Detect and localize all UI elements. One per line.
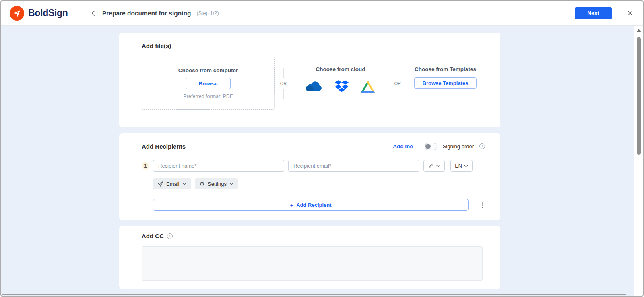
chevron-down-icon [464,165,468,167]
google-drive-icon[interactable] [361,80,375,93]
step-indicator: (Step 1/2) [196,10,219,16]
signing-order-toggle[interactable] [425,143,437,150]
recipients-controls: Add me Signing order i [393,141,485,151]
cc-input-area[interactable] [142,246,483,281]
signing-order-info-icon[interactable]: i [479,143,485,149]
page-title: Prepare document for signing [102,10,191,17]
content-area: Add file(s) Choose from computer Browse … [1,26,643,296]
horizontal-scrollbar[interactable] [2,294,626,295]
settings-label: Settings [208,181,227,187]
recipient-settings-dropdown[interactable]: ⚙ Settings [195,178,238,189]
next-button[interactable]: Next [575,7,612,19]
chevron-down-icon [229,183,233,185]
paper-plane-icon [10,6,24,21]
header-actions: Next [575,1,643,25]
add-files-card: Add file(s) Choose from computer Browse … [119,33,500,127]
pen-signature-icon [428,163,434,169]
or-divider-2: OR [389,57,407,110]
brand-name: BoldSign [28,8,68,19]
vertical-scrollbar[interactable] [634,26,643,296]
recipient-row: 1 EN [142,160,485,172]
onedrive-icon[interactable] [306,81,323,92]
recipient-options-row: Email ⚙ Settings [153,178,485,189]
add-recipients-card: Add Recipients Add me Signing order i 1 [119,133,500,220]
upload-dropzone[interactable]: Choose from computer Browse Preferred fo… [142,57,275,110]
scrollbar-thumb[interactable] [637,37,641,155]
plus-icon: + [290,201,293,208]
cloud-providers [292,79,389,94]
choose-computer-title: Choose from computer [178,67,238,73]
boldsign-window: BoldSign Prepare document for signing (S… [0,0,644,297]
top-bar: BoldSign Prepare document for signing (S… [1,1,643,26]
browse-templates-button[interactable]: Browse Templates [414,77,477,89]
language-value: EN [455,163,462,169]
add-files-heading: Add file(s) [142,42,484,49]
cc-info-icon[interactable]: i [167,233,173,239]
recipients-header: Add Recipients Add me Signing order i [142,141,485,151]
kebab-menu-icon[interactable] [481,201,485,210]
gear-icon: ⚙ [200,181,205,187]
signing-order-label: Signing order [443,143,474,150]
or-divider: OR [275,57,292,110]
add-recipient-label: Add Recipient [296,202,331,208]
choose-templates-title: Choose from Templates [407,66,484,72]
cloud-group: Choose from cloud [292,57,389,110]
back-button[interactable] [90,10,97,17]
browse-button[interactable]: Browse [186,78,231,89]
close-icon[interactable] [627,10,634,17]
or-label: OR [280,81,287,86]
choose-cloud-title: Choose from cloud [292,66,389,72]
recipient-index-badge: 1 [142,162,149,170]
header-divider [619,7,619,19]
signer-role-dropdown[interactable] [423,160,445,172]
scroll-up-arrow-icon[interactable] [636,29,641,32]
add-me-link[interactable]: Add me [393,143,413,150]
add-recipients-heading: Add Recipients [142,143,186,150]
recipient-name-input[interactable] [153,160,284,172]
templates-group: Choose from Templates Browse Templates [407,57,484,110]
header-main: Prepare document for signing (Step 1/2) [81,1,575,25]
files-options-row: Choose from computer Browse Preferred fo… [142,57,484,110]
add-recipient-button[interactable]: + Add Recipient [153,199,469,211]
chevron-down-icon [436,165,440,167]
chevron-down-icon [182,183,186,185]
add-cc-heading: Add CC [142,233,164,239]
recipient-email-input[interactable] [288,160,419,172]
delivery-mode-dropdown[interactable]: Email [153,178,191,189]
cc-header: Add CC i [142,233,483,239]
add-recipient-row: + Add Recipient [153,199,485,211]
preferred-format-hint: Preferred format: PDF [184,93,233,99]
brand-logo: BoldSign [1,1,81,25]
add-cc-card: Add CC i [119,226,500,289]
delivery-mode-label: Email [166,181,180,187]
dropbox-icon[interactable] [335,80,349,92]
send-icon [157,181,163,187]
language-dropdown[interactable]: EN [450,160,473,172]
cards-container: Add file(s) Choose from computer Browse … [119,33,500,289]
or-label: OR [394,81,401,86]
